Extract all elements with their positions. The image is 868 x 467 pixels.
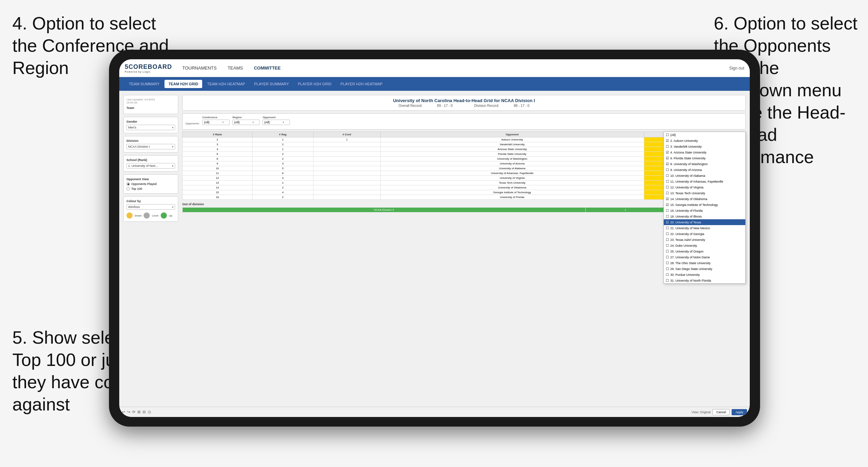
region-select[interactable]: (All) (232, 120, 260, 125)
dropdown-item-10[interactable]: ☐13. Texas Tech University (664, 190, 745, 196)
dropdown-item-16[interactable]: ☐21. University of New Mexico (664, 225, 745, 231)
cell-conf: 1 (313, 137, 380, 142)
opponent-dropdown[interactable]: ☐(All)☑2. Auburn University☐3. Vanderbil… (663, 132, 746, 284)
dropdown-item-7[interactable]: ☐10. University of Alabama (664, 173, 745, 179)
opponent-filter: Opponent (All) (262, 116, 290, 125)
table-row: 15 4 Georgia Institute of Technology 5 0 (183, 190, 746, 195)
nav-signout[interactable]: Sign out (729, 66, 744, 71)
tablet: 5COREBOARD Powered by Logic TOURNAMENTS … (109, 50, 760, 427)
dropdown-item-0[interactable]: ☐(All) (664, 132, 745, 138)
tablet-screen: 5COREBOARD Powered by Logic TOURNAMENTS … (119, 59, 750, 417)
region-filter-label: Region (232, 116, 260, 119)
dropdown-item-20[interactable]: ☐25. University of Oregon (664, 248, 745, 254)
logo-text: 5COREBOARD (125, 63, 172, 70)
cancel-button[interactable]: Cancel (712, 409, 730, 415)
nav-committee[interactable]: COMMITTEE (254, 65, 281, 71)
last-updated-section: Last Updated: 4/1/2024 16:55:38 Team (123, 95, 178, 114)
dropdown-item-9[interactable]: ☐12. University of Virginia (664, 184, 745, 190)
subnav-player-h2h-heatmap[interactable]: PLAYER H2H HEATMAP (336, 80, 387, 88)
dropdown-item-19[interactable]: ☐24. Duke University (664, 243, 745, 248)
out-of-division-header: Out of division (182, 202, 746, 206)
cell-rag: 1 (252, 137, 313, 142)
cell-conf (313, 185, 380, 190)
division-name: NCAA Division II (183, 208, 586, 212)
dropdown-item-23[interactable]: ☐29. San Diego State University (664, 266, 745, 272)
last-updated-time: 16:55:38 (126, 101, 175, 104)
logo-sub: Powered by Logic (125, 71, 172, 73)
subnav-player-summary[interactable]: PLAYER SUMMARY (250, 80, 293, 88)
cell-rag: 2 (252, 152, 313, 157)
redo-icon[interactable]: ↪ (127, 410, 130, 414)
dropdown-item-12[interactable]: ☑15. Georgia Institute of Technology (664, 202, 745, 208)
dropdown-item-6[interactable]: ☐9. University of Arizona (664, 167, 745, 173)
nav-tournaments[interactable]: TOURNAMENTS (182, 65, 217, 71)
clock-icon[interactable]: ◷ (148, 410, 151, 414)
dropdown-item-25[interactable]: ☐31. University of North Florida (664, 278, 745, 283)
table-row: 14 2 University of Oklahoma 2 2 (183, 185, 746, 190)
dropdown-item-17[interactable]: ☐22. University of Georgia (664, 231, 745, 237)
colour-by-select[interactable]: Win/loss (126, 204, 175, 210)
dropdown-item-3[interactable]: ☑4. Arizona State University (664, 149, 745, 155)
grid-header: University of North Carolina Head-to-Hea… (182, 95, 746, 111)
top-nav: 5COREBOARD Powered by Logic TOURNAMENTS … (119, 59, 750, 77)
paste-icon[interactable]: ⊟ (143, 410, 146, 414)
cell-rag: 2 (252, 195, 313, 200)
subnav-team-summary[interactable]: TEAM SUMMARY (125, 80, 164, 88)
school-section: School (Rank) 1. University of Nort... (123, 155, 178, 172)
gender-select[interactable]: Men's (126, 125, 175, 130)
radio-opponents-played[interactable]: Opponents Played (126, 182, 175, 186)
school-select[interactable]: 1. University of Nort... (126, 163, 175, 169)
dropdown-item-2[interactable]: ☐3. Vanderbilt University (664, 144, 745, 149)
legend-down-dot (126, 212, 133, 219)
subnav-team-h2h-grid[interactable]: TEAM H2H GRID (164, 80, 203, 88)
view-label: View: Original (692, 410, 710, 414)
dropdown-item-22[interactable]: ☐28. The Ohio State University (664, 260, 745, 266)
undo-icon[interactable]: ↩ (122, 410, 125, 414)
dropdown-item-5[interactable]: ☑8. University of Washington (664, 161, 745, 167)
division-select[interactable]: NCAA Division I (126, 144, 175, 149)
gender-section: Gender Men's (123, 117, 178, 133)
refresh-icon[interactable]: ⟳ (132, 410, 135, 414)
dropdown-item-24[interactable]: ☐30. Purdue University (664, 272, 745, 278)
opponent-select[interactable]: (All) (262, 120, 290, 125)
opponent-view-radio-group: Opponents Played Top 100 (126, 182, 175, 191)
radio-top100[interactable]: Top 100 (126, 187, 175, 191)
table-row: 4 1 Arizona State University 5 1 (183, 147, 746, 152)
cell-conf (313, 152, 380, 157)
opponent-filter-label: Opponent (262, 116, 290, 119)
copy-icon[interactable]: ⊞ (137, 410, 140, 414)
cell-rank: 3 (183, 142, 253, 147)
cell-rag: 5 (252, 166, 313, 171)
dropdown-item-4[interactable]: ☑6. Florida State University (664, 155, 745, 161)
cell-rank: 4 (183, 147, 253, 152)
dropdown-item-8[interactable]: ☐11. University of Arkansas, Fayettevill… (664, 179, 745, 184)
subnav-team-h2h-heatmap[interactable]: TEAM H2H HEATMAP (203, 80, 249, 88)
dropdown-item-14[interactable]: ☐18. University of Illinois (664, 213, 745, 219)
colour-by-section: Colour by Win/loss Down Level Up (123, 196, 178, 222)
dropdown-item-13[interactable]: ☐16. University of Florida (664, 208, 745, 213)
dropdown-item-18[interactable]: ☐23. Texas A&M University (664, 237, 745, 243)
dropdown-item-11[interactable]: ☑14. University of Oklahoma (664, 196, 745, 202)
overall-record-label: Overall Record: (399, 104, 422, 108)
table-row: 9 3 University of Arizona 1 0 (183, 161, 746, 166)
school-label: School (Rank) (126, 158, 175, 162)
subnav-player-h2h-grid[interactable]: PLAYER H2H GRID (294, 80, 335, 88)
cell-conf (313, 176, 380, 181)
team-section: Team (126, 106, 175, 110)
cell-rank: 12 (183, 176, 253, 181)
radio-top100-dot (126, 187, 130, 191)
table-row: 13 1 Texas Tech University 3 0 (183, 181, 746, 185)
gender-label: Gender (126, 120, 175, 123)
out-of-division-table: NCAA Division II 1 0 (182, 207, 746, 212)
apply-button[interactable]: Apply (732, 409, 747, 415)
division-record-label: Division Record: (474, 104, 499, 108)
dropdown-item-1[interactable]: ☑2. Auburn University (664, 138, 745, 144)
nav-teams[interactable]: TEAMS (228, 65, 243, 71)
dropdown-item-21[interactable]: ☐27. University of Notre Dame (664, 254, 745, 260)
table-row: 16 2 University of Florida 5 1 (183, 195, 746, 200)
cell-conf (313, 195, 380, 200)
cell-conf (313, 142, 380, 147)
dropdown-item-15[interactable]: ☑20. University of Texas (664, 219, 745, 225)
conference-select[interactable]: (All) (202, 120, 230, 125)
col-conf: # Conf (313, 132, 380, 137)
